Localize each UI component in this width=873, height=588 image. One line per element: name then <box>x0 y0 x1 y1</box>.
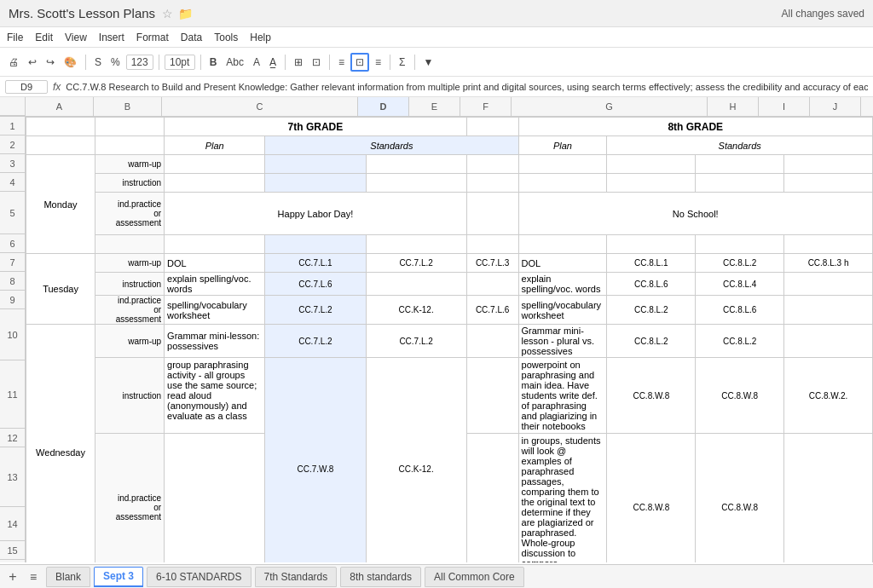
cell-e4[interactable] <box>366 174 466 193</box>
tab-blank[interactable]: Blank <box>46 567 90 587</box>
cell-i5b[interactable] <box>696 235 784 254</box>
cell-h6[interactable]: CC.8.L.1 <box>607 254 696 273</box>
cell-c5[interactable]: Happy Labor Day! <box>165 193 467 235</box>
tab-8th-standards[interactable]: 8th standards <box>340 567 421 587</box>
cell-f5b[interactable] <box>466 235 518 254</box>
cell-c7[interactable]: explain spelling/voc. words <box>165 273 265 296</box>
row-num-9[interactable]: 9 <box>0 291 26 309</box>
cell-j3[interactable] <box>784 155 873 174</box>
cell-c10[interactable]: group paraphrasing activity - all groups… <box>165 358 265 434</box>
cell-i3[interactable] <box>696 155 784 174</box>
cell-f6[interactable]: CC.7.L.3 <box>466 254 518 273</box>
row-num-3[interactable]: 3 <box>0 154 26 173</box>
col-header-h[interactable]: H <box>708 97 759 116</box>
cell-b5[interactable]: ind.practiceorassessment <box>95 193 165 235</box>
cell-b4[interactable]: instruction <box>95 174 165 193</box>
cell-h11[interactable]: CC.8.W.8 <box>607 434 696 563</box>
cell-c2[interactable]: Plan <box>165 136 265 155</box>
sum-button[interactable]: Σ <box>396 55 408 70</box>
tab-7th-standards[interactable]: 7th Standards <box>255 567 338 587</box>
cell-d3[interactable] <box>265 155 366 174</box>
filter-button[interactable]: ▼ <box>420 55 437 70</box>
cell-f4[interactable] <box>466 174 518 193</box>
cell-f11[interactable] <box>466 434 518 563</box>
cell-c3[interactable] <box>165 155 265 174</box>
print-icon[interactable]: 🖨 <box>5 55 22 70</box>
cell-g3[interactable] <box>518 155 607 174</box>
cell-g6[interactable]: DOL <box>518 254 607 273</box>
cell-h9[interactable]: CC.8.L.2 <box>607 325 696 358</box>
row-num-7[interactable]: 7 <box>0 253 26 272</box>
cell-c4[interactable] <box>165 174 265 193</box>
cell-c8[interactable]: spelling/vocabulary worksheet <box>165 296 265 325</box>
col-header-e[interactable]: E <box>409 97 460 116</box>
col-header-d[interactable]: D <box>358 97 409 116</box>
row-num-1[interactable]: 1 <box>0 117 26 135</box>
star-icon[interactable]: ☆ <box>162 7 173 20</box>
col-header-j[interactable]: J <box>810 97 861 116</box>
merge-button[interactable]: ⊡ <box>309 55 324 70</box>
cell-reference-box[interactable]: D9 <box>5 80 48 94</box>
menu-edit[interactable]: Edit <box>35 32 53 43</box>
cell-h8[interactable]: CC.8.L.2 <box>607 296 696 325</box>
cell-b2[interactable] <box>95 136 165 155</box>
cell-e3[interactable] <box>366 155 466 174</box>
cell-b10[interactable]: instruction <box>95 358 165 434</box>
cell-a1[interactable] <box>26 118 95 136</box>
cell-b5b[interactable] <box>95 235 165 254</box>
tab-all-common-core[interactable]: All Common Core <box>425 567 524 587</box>
cell-j6[interactable]: CC.8.L.3 h <box>784 254 873 273</box>
cell-c1[interactable]: 7th GRADE <box>165 118 467 136</box>
menu-insert[interactable]: Insert <box>99 32 124 43</box>
bold-button[interactable]: B <box>206 55 221 70</box>
cell-j11[interactable] <box>784 434 873 563</box>
cell-f1[interactable] <box>466 118 518 136</box>
text-style-button[interactable]: Abc <box>223 55 247 70</box>
cell-j10[interactable]: CC.8.W.2. <box>784 358 873 434</box>
cell-d4[interactable] <box>265 174 366 193</box>
font-size-box[interactable]: 10pt <box>165 55 195 70</box>
percent-button[interactable]: % <box>107 55 124 70</box>
cell-i10[interactable]: CC.8.W.8 <box>696 358 784 434</box>
cell-a3[interactable]: Monday <box>26 155 95 254</box>
cell-g4[interactable] <box>518 174 607 193</box>
row-num-4[interactable]: 4 <box>0 173 26 192</box>
menu-format[interactable]: Format <box>136 32 169 43</box>
cell-g9[interactable]: Grammar mini-lesson - plural vs. possess… <box>518 325 607 358</box>
border-button[interactable]: ⊞ <box>291 55 306 70</box>
cell-h7[interactable]: CC.8.L.6 <box>607 273 696 296</box>
cell-j9[interactable] <box>784 325 873 358</box>
cell-d8[interactable]: CC.7.L.2 <box>265 296 366 325</box>
cell-b7[interactable]: instruction <box>95 273 165 296</box>
cell-g2[interactable]: Plan <box>518 136 607 155</box>
col-header-b[interactable]: B <box>94 97 162 116</box>
text-color-button[interactable]: A <box>250 55 263 70</box>
cell-d2[interactable]: Standards <box>265 136 518 155</box>
cell-d10[interactable]: CC.7.W.8 <box>265 358 366 563</box>
row-num-16[interactable]: 16 <box>0 560 26 562</box>
cell-g10[interactable]: powerpoint on paraphrasing and main idea… <box>518 358 607 434</box>
col-header-c[interactable]: C <box>162 97 358 116</box>
cell-e7[interactable] <box>366 273 466 296</box>
cell-g5[interactable]: No School! <box>518 193 872 235</box>
row-num-8[interactable]: 8 <box>0 272 26 291</box>
cell-h2[interactable]: Standards <box>607 136 873 155</box>
cell-b6[interactable]: warm-up <box>95 254 165 273</box>
cell-e9[interactable]: CC.7.L.2 <box>366 325 466 358</box>
cell-d6[interactable]: CC.7.L.1 <box>265 254 366 273</box>
folder-icon[interactable]: 📁 <box>178 7 193 20</box>
row-num-10[interactable]: 10 <box>0 309 26 360</box>
row-num-11[interactable]: 11 <box>0 360 26 429</box>
cell-b8[interactable]: ind.practiceorassessment <box>95 296 165 325</box>
tab-6-10-standards[interactable]: 6-10 STANDARDS <box>147 567 251 587</box>
row-num-15[interactable]: 15 <box>0 541 26 560</box>
align-button[interactable]: ≡ <box>335 55 348 70</box>
menu-data[interactable]: Data <box>181 32 202 43</box>
cell-h3[interactable] <box>607 155 696 174</box>
cell-g5b[interactable] <box>518 235 607 254</box>
row-num-12[interactable]: 12 <box>0 429 26 447</box>
col-header-g[interactable]: G <box>512 97 708 116</box>
cell-a2[interactable] <box>26 136 95 155</box>
menu-file[interactable]: File <box>7 32 23 43</box>
cell-f3[interactable] <box>466 155 518 174</box>
